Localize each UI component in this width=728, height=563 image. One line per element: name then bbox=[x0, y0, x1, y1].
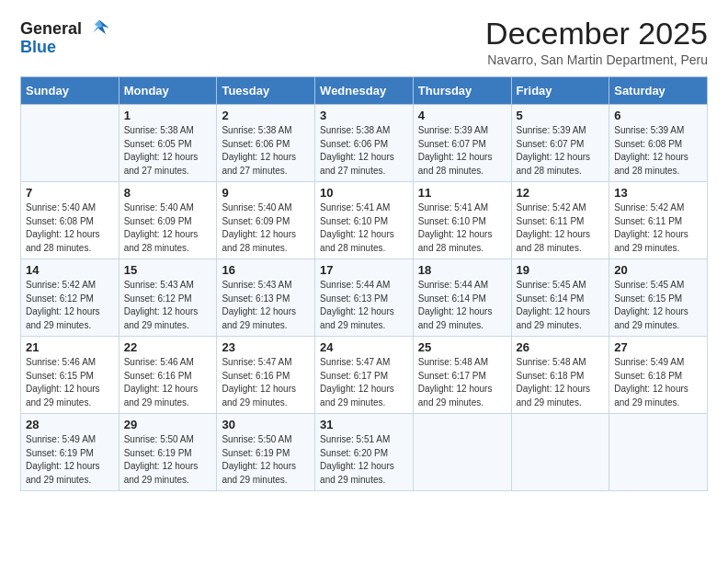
cell-info: Sunrise: 5:41 AMSunset: 6:10 PMDaylight:… bbox=[320, 201, 408, 255]
header-row: Sunday Monday Tuesday Wednesday Thursday… bbox=[21, 77, 708, 105]
day-number: 19 bbox=[517, 263, 605, 277]
day-number: 14 bbox=[26, 263, 114, 277]
day-number: 31 bbox=[320, 418, 408, 431]
col-friday: Friday bbox=[511, 77, 609, 105]
cell-info: Sunrise: 5:40 AMSunset: 6:09 PMDaylight:… bbox=[124, 201, 212, 255]
table-row: 6Sunrise: 5:39 AMSunset: 6:08 PMDaylight… bbox=[609, 105, 708, 182]
day-number: 6 bbox=[614, 109, 702, 122]
day-number: 27 bbox=[614, 340, 702, 354]
cell-info: Sunrise: 5:47 AMSunset: 6:17 PMDaylight:… bbox=[320, 356, 408, 409]
cell-info: Sunrise: 5:48 AMSunset: 6:17 PMDaylight:… bbox=[418, 356, 506, 409]
cell-info: Sunrise: 5:48 AMSunset: 6:18 PMDaylight:… bbox=[517, 356, 605, 409]
table-row: 9Sunrise: 5:40 AMSunset: 6:09 PMDaylight… bbox=[217, 182, 315, 259]
logo: General Blue bbox=[20, 17, 112, 57]
day-number: 20 bbox=[614, 263, 702, 277]
table-row: 13Sunrise: 5:42 AMSunset: 6:11 PMDayligh… bbox=[609, 182, 708, 259]
cell-info: Sunrise: 5:46 AMSunset: 6:15 PMDaylight:… bbox=[26, 356, 114, 409]
col-tuesday: Tuesday bbox=[217, 77, 315, 105]
table-row: 1Sunrise: 5:38 AMSunset: 6:05 PMDaylight… bbox=[119, 105, 217, 182]
cell-info: Sunrise: 5:42 AMSunset: 6:11 PMDaylight:… bbox=[614, 201, 702, 255]
cell-info: Sunrise: 5:41 AMSunset: 6:10 PMDaylight:… bbox=[418, 201, 506, 255]
day-number: 13 bbox=[614, 186, 702, 200]
cell-info: Sunrise: 5:44 AMSunset: 6:13 PMDaylight:… bbox=[320, 279, 408, 332]
day-number: 8 bbox=[124, 186, 212, 200]
cell-info: Sunrise: 5:38 AMSunset: 6:06 PMDaylight:… bbox=[222, 124, 310, 178]
cell-info: Sunrise: 5:42 AMSunset: 6:11 PMDaylight:… bbox=[517, 201, 605, 255]
cell-info: Sunrise: 5:47 AMSunset: 6:16 PMDaylight:… bbox=[222, 356, 310, 409]
table-row bbox=[511, 414, 609, 491]
day-number: 7 bbox=[26, 186, 114, 200]
table-row: 4Sunrise: 5:39 AMSunset: 6:07 PMDaylight… bbox=[413, 105, 511, 182]
day-number: 21 bbox=[26, 340, 114, 354]
table-row: 5Sunrise: 5:39 AMSunset: 6:07 PMDaylight… bbox=[511, 105, 609, 182]
table-row: 12Sunrise: 5:42 AMSunset: 6:11 PMDayligh… bbox=[511, 182, 609, 259]
cell-info: Sunrise: 5:42 AMSunset: 6:12 PMDaylight:… bbox=[26, 279, 114, 332]
day-number: 29 bbox=[124, 418, 212, 431]
day-number: 17 bbox=[320, 263, 408, 277]
cell-info: Sunrise: 5:43 AMSunset: 6:13 PMDaylight:… bbox=[222, 279, 310, 332]
table-row: 2Sunrise: 5:38 AMSunset: 6:06 PMDaylight… bbox=[217, 105, 315, 182]
table-row: 7Sunrise: 5:40 AMSunset: 6:08 PMDaylight… bbox=[21, 182, 119, 259]
day-number: 2 bbox=[222, 109, 310, 122]
cell-info: Sunrise: 5:39 AMSunset: 6:07 PMDaylight:… bbox=[517, 124, 605, 178]
cell-info: Sunrise: 5:40 AMSunset: 6:09 PMDaylight:… bbox=[222, 201, 310, 255]
day-number: 30 bbox=[222, 418, 310, 431]
subtitle: Navarro, San Martin Department, Peru bbox=[485, 52, 708, 67]
col-wednesday: Wednesday bbox=[315, 77, 414, 105]
day-number: 5 bbox=[517, 109, 605, 122]
cell-info: Sunrise: 5:50 AMSunset: 6:19 PMDaylight:… bbox=[222, 433, 310, 487]
day-number: 25 bbox=[418, 340, 506, 354]
table-row: 18Sunrise: 5:44 AMSunset: 6:14 PMDayligh… bbox=[413, 259, 511, 337]
table-row: 21Sunrise: 5:46 AMSunset: 6:15 PMDayligh… bbox=[21, 337, 119, 414]
day-number: 18 bbox=[418, 263, 506, 277]
table-row: 3Sunrise: 5:38 AMSunset: 6:06 PMDaylight… bbox=[315, 105, 414, 182]
day-number: 26 bbox=[517, 340, 605, 354]
table-row bbox=[21, 105, 119, 182]
cell-info: Sunrise: 5:51 AMSunset: 6:20 PMDaylight:… bbox=[320, 433, 408, 487]
cell-info: Sunrise: 5:45 AMSunset: 6:14 PMDaylight:… bbox=[517, 279, 605, 332]
cell-info: Sunrise: 5:46 AMSunset: 6:16 PMDaylight:… bbox=[124, 356, 212, 409]
table-row: 17Sunrise: 5:44 AMSunset: 6:13 PMDayligh… bbox=[315, 259, 414, 337]
table-row: 16Sunrise: 5:43 AMSunset: 6:13 PMDayligh… bbox=[217, 259, 315, 337]
logo-general-text: General bbox=[20, 20, 82, 39]
table-row: 10Sunrise: 5:41 AMSunset: 6:10 PMDayligh… bbox=[315, 182, 414, 259]
table-row: 8Sunrise: 5:40 AMSunset: 6:09 PMDaylight… bbox=[119, 182, 217, 259]
day-number: 9 bbox=[222, 186, 310, 200]
table-row bbox=[413, 414, 511, 491]
day-number: 16 bbox=[222, 263, 310, 277]
cell-info: Sunrise: 5:44 AMSunset: 6:14 PMDaylight:… bbox=[418, 279, 506, 332]
cell-info: Sunrise: 5:39 AMSunset: 6:07 PMDaylight:… bbox=[418, 124, 506, 178]
day-number: 4 bbox=[418, 109, 506, 122]
cell-info: Sunrise: 5:38 AMSunset: 6:05 PMDaylight:… bbox=[124, 124, 212, 178]
table-row bbox=[609, 414, 708, 491]
cell-info: Sunrise: 5:39 AMSunset: 6:08 PMDaylight:… bbox=[614, 124, 702, 178]
table-row: 14Sunrise: 5:42 AMSunset: 6:12 PMDayligh… bbox=[21, 259, 119, 337]
table-row: 11Sunrise: 5:41 AMSunset: 6:10 PMDayligh… bbox=[413, 182, 511, 259]
table-row: 31Sunrise: 5:51 AMSunset: 6:20 PMDayligh… bbox=[315, 414, 414, 491]
title-block: December 2025 Navarro, San Martin Depart… bbox=[485, 17, 708, 67]
day-number: 3 bbox=[320, 109, 408, 122]
col-monday: Monday bbox=[119, 77, 217, 105]
day-number: 24 bbox=[320, 340, 408, 354]
col-saturday: Saturday bbox=[609, 77, 708, 105]
table-row: 27Sunrise: 5:49 AMSunset: 6:18 PMDayligh… bbox=[609, 337, 708, 414]
cell-info: Sunrise: 5:43 AMSunset: 6:12 PMDaylight:… bbox=[124, 279, 212, 332]
day-number: 23 bbox=[222, 340, 310, 354]
cell-info: Sunrise: 5:49 AMSunset: 6:19 PMDaylight:… bbox=[26, 433, 114, 487]
logo-bird-icon bbox=[86, 17, 112, 42]
day-number: 10 bbox=[320, 186, 408, 200]
day-number: 22 bbox=[124, 340, 212, 354]
day-number: 11 bbox=[418, 186, 506, 200]
table-row: 19Sunrise: 5:45 AMSunset: 6:14 PMDayligh… bbox=[511, 259, 609, 337]
col-sunday: Sunday bbox=[21, 77, 119, 105]
calendar-table: Sunday Monday Tuesday Wednesday Thursday… bbox=[20, 76, 708, 491]
table-row: 24Sunrise: 5:47 AMSunset: 6:17 PMDayligh… bbox=[315, 337, 414, 414]
cell-info: Sunrise: 5:40 AMSunset: 6:08 PMDaylight:… bbox=[26, 201, 114, 255]
day-number: 15 bbox=[124, 263, 212, 277]
col-thursday: Thursday bbox=[413, 77, 511, 105]
table-row: 22Sunrise: 5:46 AMSunset: 6:16 PMDayligh… bbox=[119, 337, 217, 414]
day-number: 12 bbox=[517, 186, 605, 200]
cell-info: Sunrise: 5:49 AMSunset: 6:18 PMDaylight:… bbox=[614, 356, 702, 409]
table-row: 25Sunrise: 5:48 AMSunset: 6:17 PMDayligh… bbox=[413, 337, 511, 414]
month-title: December 2025 bbox=[485, 17, 708, 51]
